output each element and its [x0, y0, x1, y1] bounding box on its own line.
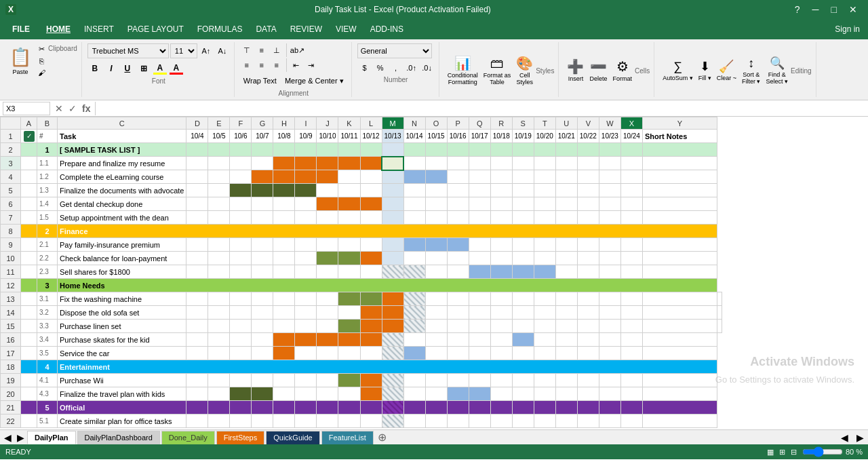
table-cell[interactable]: 1 [37, 143, 58, 157]
sheet-tab-featurelist[interactable]: FeatureList [321, 431, 374, 444]
table-cell[interactable] [642, 184, 717, 197]
table-cell[interactable]: ✓ [21, 130, 37, 143]
sheet-container[interactable]: A B C D E F G H I J K L M N O [0, 117, 868, 429]
table-cell[interactable] [338, 252, 360, 265]
format-button[interactable]: ⚙ Format [610, 57, 635, 83]
table-cell[interactable]: 10/4 [186, 130, 208, 143]
col-header-L[interactable]: L [360, 117, 382, 130]
table-cell[interactable] [403, 306, 425, 320]
table-cell[interactable]: 1.1 [37, 157, 58, 170]
file-menu[interactable]: FILE [3, 19, 39, 39]
table-cell[interactable] [403, 157, 425, 170]
sheet-tab-firststeps[interactable]: FirstSteps [216, 431, 265, 444]
col-header-J[interactable]: J [317, 117, 338, 130]
table-cell[interactable]: 10/17 [469, 130, 490, 143]
font-color-button[interactable]: A [169, 61, 184, 76]
col-header-W[interactable]: W [599, 117, 620, 130]
home-menu[interactable]: HOME [39, 19, 77, 39]
table-cell[interactable]: 4.3 [37, 387, 58, 401]
sheet-tab-done-daily[interactable]: Done_Daily [161, 431, 215, 444]
table-cell[interactable]: Purchase linen set [58, 320, 186, 333]
view-layout-icon[interactable]: ⊞ [779, 448, 785, 457]
cut-button[interactable]: ✂ [35, 43, 48, 55]
table-cell[interactable]: 10/10 [317, 130, 338, 143]
table-cell[interactable]: Entertainment [58, 360, 717, 374]
table-cell[interactable] [360, 320, 382, 333]
cell-styles-button[interactable]: 🎨 CellStyles [513, 54, 536, 87]
table-cell[interactable] [382, 347, 403, 360]
italic-button[interactable]: I [104, 61, 119, 76]
table-cell[interactable] [382, 415, 403, 428]
table-cell[interactable] [620, 157, 642, 170]
table-cell[interactable] [717, 320, 722, 333]
col-header-D[interactable]: D [186, 117, 208, 130]
table-cell[interactable] [230, 184, 252, 197]
table-cell[interactable] [230, 157, 252, 170]
table-cell[interactable] [382, 333, 403, 347]
table-cell[interactable]: Complete the eLearning course [58, 170, 186, 184]
table-cell[interactable]: 10/6 [230, 130, 252, 143]
tab-nav-left[interactable]: ◀ [1, 432, 14, 443]
border-button[interactable]: ⊞ [136, 61, 151, 76]
table-cell[interactable] [295, 333, 317, 347]
header-checkbox[interactable]: ✓ [24, 131, 35, 142]
table-cell[interactable]: 3.5 [37, 347, 58, 360]
zoom-slider[interactable] [802, 446, 843, 457]
table-cell[interactable] [252, 184, 273, 197]
table-cell[interactable]: Task [58, 130, 186, 143]
table-cell[interactable] [577, 157, 599, 170]
table-cell[interactable]: 10/11 [338, 130, 360, 143]
scroll-right-button[interactable]: ▶ [854, 432, 867, 443]
table-cell[interactable] [403, 170, 425, 184]
table-cell[interactable] [273, 170, 295, 184]
confirm-formula-icon[interactable]: ✓ [66, 103, 79, 114]
table-cell[interactable]: 10/12 [360, 130, 382, 143]
help-button[interactable]: ? [789, 0, 806, 19]
table-cell[interactable] [21, 197, 37, 211]
table-cell[interactable] [252, 387, 273, 401]
col-header-Y[interactable]: Y [642, 117, 717, 130]
col-header-C[interactable]: C [58, 117, 186, 130]
view-menu[interactable]: VIEW [329, 19, 363, 39]
table-cell[interactable]: 10/19 [512, 130, 534, 143]
table-cell[interactable] [186, 143, 208, 157]
table-cell[interactable] [21, 211, 37, 225]
table-cell[interactable] [512, 265, 534, 279]
minimize-button[interactable]: ─ [807, 0, 825, 19]
col-header-N[interactable]: N [403, 117, 425, 130]
table-cell[interactable] [273, 347, 295, 360]
table-cell[interactable]: Finalize the documents with advocate [58, 184, 186, 197]
table-cell[interactable] [534, 265, 555, 279]
table-cell[interactable] [21, 374, 37, 387]
table-cell[interactable] [490, 157, 512, 170]
view-normal-icon[interactable]: ▦ [767, 448, 774, 457]
table-cell[interactable] [447, 387, 469, 401]
table-cell[interactable] [21, 333, 37, 347]
insert-menu[interactable]: INSERT [77, 19, 121, 39]
table-cell[interactable]: Fix the washing machine [58, 292, 186, 306]
table-cell[interactable]: 3.3 [37, 320, 58, 333]
table-cell[interactable] [425, 170, 447, 184]
table-cell[interactable] [382, 252, 403, 265]
table-cell[interactable]: [ SAMPLE TASK LIST ] [58, 143, 186, 157]
table-cell[interactable]: Home Needs [58, 279, 717, 292]
table-cell[interactable] [21, 401, 37, 415]
copy-button[interactable]: ⎘ [35, 56, 48, 66]
table-cell[interactable] [338, 333, 360, 347]
col-header-V[interactable]: V [577, 117, 599, 130]
number-format-select[interactable]: General [357, 43, 432, 58]
table-cell[interactable] [642, 238, 717, 252]
increase-font-button[interactable]: A↑ [199, 43, 214, 58]
scroll-left-button[interactable]: ◀ [838, 432, 851, 443]
table-cell[interactable] [317, 252, 338, 265]
table-cell[interactable] [21, 265, 37, 279]
table-cell[interactable]: Create similar plan for office tasks [58, 415, 186, 428]
col-header-T[interactable]: T [534, 117, 555, 130]
table-cell[interactable]: Finalize the travel plan with kids [58, 387, 186, 401]
table-cell[interactable] [642, 143, 717, 157]
table-cell[interactable] [230, 387, 252, 401]
table-cell[interactable]: 10/20 [534, 130, 555, 143]
table-cell[interactable] [403, 265, 425, 279]
table-cell[interactable] [642, 333, 717, 347]
table-cell[interactable]: 2 [37, 225, 58, 238]
